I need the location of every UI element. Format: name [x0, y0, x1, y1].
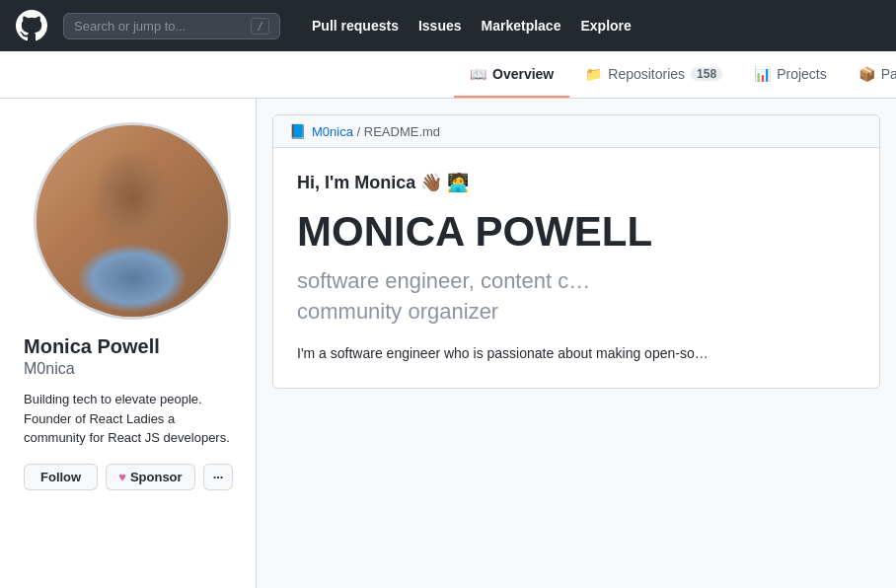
heart-icon: ♥	[118, 470, 126, 484]
search-shortcut: /	[251, 18, 269, 35]
nav-marketplace[interactable]: Marketplace	[474, 12, 569, 39]
book-icon: 📘	[289, 123, 306, 139]
tab-overview[interactable]: 📖 Overview	[454, 51, 569, 98]
readme-bio: I'm a software engineer who is passionat…	[297, 343, 856, 364]
content-area: 📘 M0nica / README.md Hi, I'm Monica 👋🏾 🧑…	[257, 99, 896, 588]
tab-overview-label: Overview	[492, 66, 554, 82]
tab-projects[interactable]: 📊 Projects	[738, 51, 843, 98]
readme-body: Hi, I'm Monica 👋🏾 🧑‍💻 MONICA POWELL soft…	[273, 148, 879, 388]
search-bar[interactable]: Search or jump to... /	[63, 13, 280, 39]
readme-name: MONICA POWELL	[297, 209, 856, 255]
tab-repositories[interactable]: 📁 Repositories 158	[569, 51, 738, 98]
user-bio: Building tech to elevate people. Founder…	[24, 390, 240, 448]
overview-icon: 📖	[470, 66, 486, 82]
repositories-icon: 📁	[585, 66, 602, 82]
main-content: Monica Powell M0nica Building tech to el…	[0, 99, 896, 588]
main-nav: Pull requests Issues Marketplace Explore	[304, 12, 639, 39]
nav-issues[interactable]: Issues	[411, 12, 470, 39]
username: M0nica	[24, 360, 240, 378]
projects-icon: 📊	[754, 66, 771, 82]
tab-repositories-label: Repositories	[608, 66, 685, 82]
readme-separator: /	[357, 124, 364, 139]
github-logo	[16, 10, 47, 41]
nav-explore[interactable]: Explore	[572, 12, 638, 39]
user-fullname: Monica Powell	[24, 335, 240, 358]
tab-bar: 📖 Overview 📁 Repositories 158 📊 Projects…	[0, 51, 896, 99]
follow-button[interactable]: Follow	[24, 464, 98, 490]
search-placeholder: Search or jump to...	[74, 19, 243, 34]
avatar	[34, 122, 231, 320]
sponsor-button[interactable]: ♥ Sponsor	[106, 464, 194, 490]
sponsor-label: Sponsor	[130, 470, 183, 484]
readme-header: 📘 M0nica / README.md	[273, 115, 879, 148]
tab-packages[interactable]: 📦 Packages	[843, 51, 896, 98]
sidebar: Monica Powell M0nica Building tech to el…	[0, 99, 257, 588]
readme-tagline: software engineer, content c…community o…	[297, 266, 856, 328]
tab-packages-label: Packages	[881, 66, 896, 82]
readme-greeting: Hi, I'm Monica 👋🏾 🧑‍💻	[297, 172, 856, 193]
readme-user: M0nica	[312, 124, 353, 139]
repositories-count: 158	[691, 67, 722, 81]
nav-pull-requests[interactable]: Pull requests	[304, 12, 407, 39]
tab-projects-label: Projects	[777, 66, 827, 82]
header: Search or jump to... / Pull requests Iss…	[0, 0, 896, 51]
readme-breadcrumb: M0nica / README.md	[312, 124, 440, 139]
packages-icon: 📦	[859, 66, 875, 82]
more-button[interactable]: ···	[203, 464, 234, 490]
readme-card: 📘 M0nica / README.md Hi, I'm Monica 👋🏾 🧑…	[272, 114, 880, 389]
readme-file: README.md	[364, 124, 440, 139]
action-buttons: Follow ♥ Sponsor ···	[24, 464, 240, 490]
